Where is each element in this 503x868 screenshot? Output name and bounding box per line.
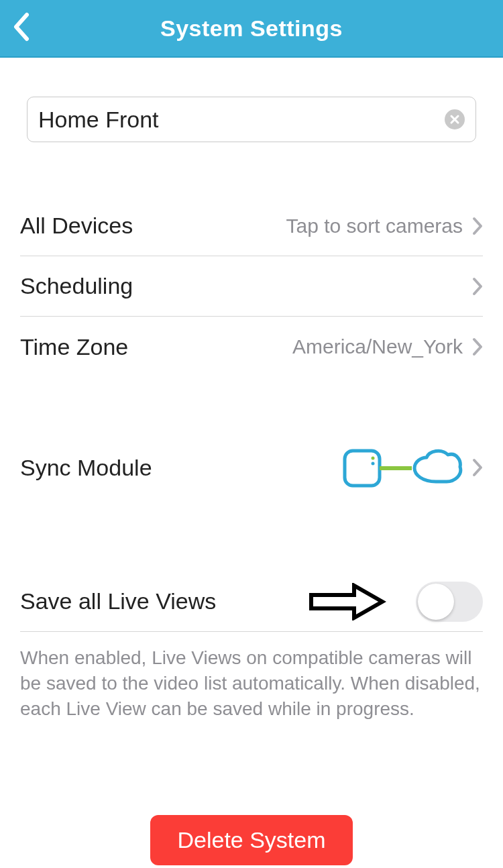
header: System Settings [0, 0, 503, 58]
all-devices-detail: Tap to sort cameras [286, 215, 463, 237]
chevron-right-icon [472, 277, 483, 296]
page-title: System Settings [160, 15, 343, 42]
sync-module-row[interactable]: Sync Module [20, 437, 483, 498]
system-name-input[interactable] [38, 107, 445, 133]
save-live-views-row: Save all Live Views [20, 572, 483, 632]
chevron-right-icon [472, 337, 483, 356]
sync-module-label: Sync Module [20, 455, 152, 481]
all-devices-label: All Devices [20, 213, 133, 239]
scheduling-label: Scheduling [20, 273, 133, 299]
system-name-field[interactable] [27, 97, 476, 142]
toggle-knob [418, 584, 454, 620]
chevron-right-icon [472, 458, 483, 477]
svg-point-4 [372, 462, 375, 466]
scheduling-row[interactable]: Scheduling [20, 256, 483, 317]
chevron-right-icon [472, 217, 483, 235]
back-button[interactable] [12, 12, 30, 44]
close-icon [449, 114, 460, 125]
time-zone-label: Time Zone [20, 334, 128, 360]
arrow-right-icon [307, 583, 386, 620]
delete-system-button[interactable]: Delete System [150, 815, 352, 865]
time-zone-detail: America/New_York [292, 335, 463, 358]
save-live-views-help: When enabled, Live Views on compatible c… [20, 645, 483, 721]
time-zone-row[interactable]: Time Zone America/New_York [20, 317, 483, 377]
chevron-left-icon [12, 12, 30, 42]
svg-point-3 [372, 457, 375, 460]
clear-input-button[interactable] [445, 109, 465, 129]
sync-module-status-icon [342, 445, 463, 490]
svg-rect-2 [345, 451, 380, 486]
save-live-views-label: Save all Live Views [20, 588, 216, 614]
all-devices-row[interactable]: All Devices Tap to sort cameras [20, 196, 483, 256]
save-live-views-toggle[interactable] [416, 582, 483, 622]
